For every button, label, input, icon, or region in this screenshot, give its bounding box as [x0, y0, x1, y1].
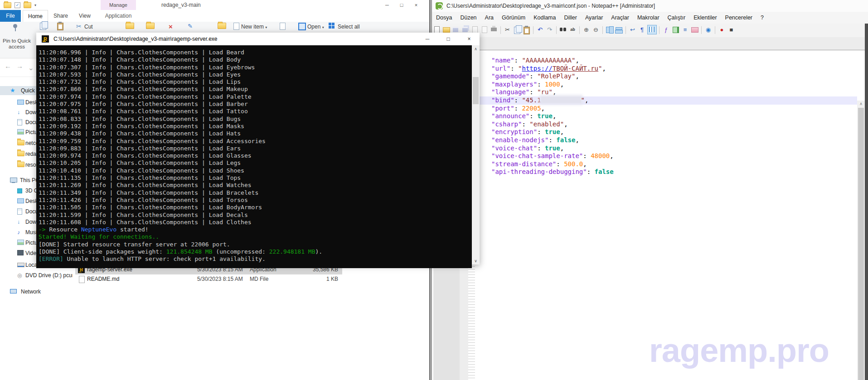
show-all-chars-icon[interactable]: ¶: [638, 25, 646, 34]
notepadpp-editor[interactable]: "name": "AAAAAAAAAAAA","url": "https://Т…: [432, 50, 868, 380]
function-list-icon[interactable]: ƒ: [662, 25, 670, 34]
menu-item-makrolar[interactable]: Makrolar: [633, 12, 664, 24]
editor-text[interactable]: "name": "AAAAAAAAAAAA","url": "https://Т…: [432, 50, 857, 176]
stop-macro-icon[interactable]: ■: [727, 25, 736, 34]
cut-button[interactable]: Cut: [84, 24, 93, 30]
menu-item-ara[interactable]: Ara: [481, 12, 498, 24]
console-title: C:\Users\Administrator\Desktop\redage_v3…: [53, 36, 217, 42]
scroll-down-icon[interactable]: ∨: [472, 257, 480, 265]
replace-icon[interactable]: ab: [568, 25, 577, 34]
tab-home[interactable]: Home: [23, 10, 48, 22]
folder-as-workspace-icon[interactable]: [690, 25, 699, 34]
scroll-up-icon[interactable]: ∧: [472, 45, 480, 53]
music-icon: ♪: [17, 229, 24, 236]
editor-line: "maxplayers": 1000,: [432, 81, 857, 89]
monitoring-icon[interactable]: ◉: [704, 25, 713, 34]
menu-item-altr[interactable]: Çalıştır: [664, 12, 690, 24]
qat-customize-dropdown-icon[interactable]: ▾: [34, 3, 36, 7]
console-titlebar[interactable]: R C:\Users\Administrator\Desktop\redage_…: [36, 33, 480, 45]
explorer-titlebar[interactable]: ✓ ▾ Manage redage_v3-main ─ □ ×: [0, 0, 429, 10]
rename-icon[interactable]: ✎: [188, 23, 193, 31]
sync-vertical-icon[interactable]: [605, 25, 614, 34]
editor-line: "port": 22005,: [432, 105, 857, 113]
tab-view[interactable]: View: [73, 10, 96, 22]
console-line: 11:20:11.135 | Info | Chars.ClothesCompo…: [36, 174, 472, 182]
forward-icon[interactable]: →: [16, 62, 23, 70]
menu-item-aralar[interactable]: Araçlar: [607, 12, 633, 24]
menu-item-eklentiler[interactable]: Eklentiler: [689, 12, 721, 24]
tab-application-tools[interactable]: Application Tools: [101, 10, 136, 22]
explorer-close-button[interactable]: ×: [410, 1, 422, 9]
tab-file[interactable]: File: [0, 10, 21, 22]
file-row[interactable]: README.md5/30/2023 8:15 AMMD File1 KB: [75, 274, 342, 284]
zoom-out-icon[interactable]: ⊖: [592, 25, 600, 34]
back-icon[interactable]: ←: [5, 62, 11, 70]
select-all-button[interactable]: Select all: [338, 24, 360, 30]
find-icon[interactable]: [559, 25, 567, 34]
console-minimize-button[interactable]: ─: [421, 34, 434, 43]
file-type: MD File: [250, 274, 268, 284]
menu-item-ayarlar[interactable]: Ayarlar: [581, 12, 607, 24]
console-vertical-scrollbar[interactable]: ∧ ∨: [472, 45, 480, 265]
move-to-icon[interactable]: [126, 23, 134, 31]
console-line: 11:20:07.307 | Info | Chars.ClothesCompo…: [36, 64, 472, 71]
notepadpp-titlebar[interactable]: C:\Users\Administrator\Desktop\redage_v3…: [432, 0, 868, 12]
sidebar-item-network[interactable]: Network: [0, 287, 73, 296]
explorer-maximize-button[interactable]: □: [395, 1, 408, 9]
copy-icon[interactable]: [513, 25, 521, 34]
record-macro-icon[interactable]: ●: [718, 25, 726, 34]
select-all-icon[interactable]: [329, 23, 335, 31]
menu-item-kodlama[interactable]: Kodlama: [529, 12, 560, 24]
menu-item-pencereler[interactable]: Pencereler: [721, 12, 756, 24]
menu-item-diller[interactable]: Diller: [560, 12, 581, 24]
pin-icon[interactable]: [11, 24, 21, 32]
sidebar-item-dvd-drive-d-pcur[interactable]: ◎DVD Drive (D:) pcur: [0, 271, 73, 280]
sync-horizontal-icon[interactable]: [615, 25, 623, 34]
pin-to-quick-access-button[interactable]: Pin to Quickaccess: [0, 38, 34, 50]
menu-item-?[interactable]: ?: [756, 12, 768, 24]
recent-locations-icon[interactable]: ⌄: [28, 64, 34, 72]
doc-list-icon[interactable]: ≡: [681, 25, 689, 34]
tab-share[interactable]: Share: [49, 10, 73, 22]
delete-icon[interactable]: ×: [169, 23, 173, 31]
console-line: 11:20:07.860 | Info | Chars.ClothesCompo…: [36, 86, 472, 93]
console-close-button[interactable]: ×: [462, 34, 476, 43]
undo-icon[interactable]: ↶: [536, 25, 544, 34]
menu-item-dzen[interactable]: Düzen: [456, 12, 480, 24]
menu-item-dosya[interactable]: Dosya: [432, 12, 456, 24]
new-folder-icon[interactable]: [218, 23, 226, 31]
qat-folder-icon[interactable]: [24, 2, 31, 8]
new-item-icon[interactable]: [233, 23, 239, 31]
properties-icon[interactable]: [280, 23, 286, 31]
indent-guide-icon[interactable]: [647, 25, 657, 34]
editor-line: "announce": true,: [432, 112, 857, 120]
editor-scrollbar-thumb[interactable]: [858, 108, 864, 380]
toolbar-separator: [659, 26, 659, 34]
cut-icon[interactable]: ✂: [76, 23, 82, 31]
close-all-docs-icon[interactable]: [480, 25, 489, 34]
zoom-in-icon[interactable]: ⊕: [582, 25, 591, 34]
menu-item-grnm[interactable]: Görünüm: [498, 12, 529, 24]
explorer-minimize-button[interactable]: ─: [381, 1, 393, 9]
copy-icon[interactable]: [40, 23, 46, 31]
print-icon[interactable]: [490, 25, 498, 34]
new-item-button[interactable]: New item ▾: [241, 24, 267, 30]
editor-vertical-scrollbar[interactable]: ∧ ∨: [857, 101, 865, 380]
word-wrap-icon[interactable]: ↩: [628, 25, 637, 34]
qat-checkbox-icon[interactable]: ✓: [15, 2, 20, 8]
notepadpp-tabbar[interactable]: [432, 37, 868, 50]
open-icon[interactable]: [298, 23, 306, 31]
open-button[interactable]: Open ▾: [307, 24, 324, 30]
doc-map-icon[interactable]: [671, 25, 680, 34]
paste-icon[interactable]: [57, 23, 63, 31]
editor-line: "name": "AAAAAAAAAAAA",: [432, 57, 857, 65]
cut-icon[interactable]: ✂: [503, 25, 512, 34]
console-scrollbar-thumb[interactable]: [473, 77, 479, 104]
console-maximize-button[interactable]: □: [441, 34, 455, 43]
folder-icon: [17, 151, 24, 157]
redo-icon[interactable]: ↷: [545, 25, 554, 34]
explorer-ribbon-tabs: File Home Share View Application Tools ∧…: [0, 10, 429, 22]
paste-icon[interactable]: [522, 25, 531, 34]
editor-scroll-up-icon[interactable]: ∧: [857, 101, 865, 107]
copy-to-icon[interactable]: [146, 23, 155, 31]
